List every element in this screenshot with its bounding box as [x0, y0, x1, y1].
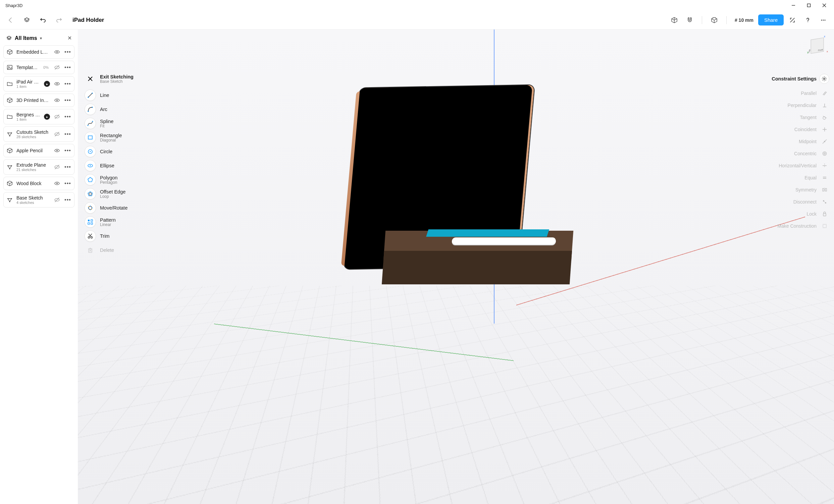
- item-type-icon: [6, 164, 13, 170]
- constraint-coincident[interactable]: Coincident: [766, 123, 829, 136]
- move-icon: [85, 202, 96, 213]
- more-icon[interactable]: [816, 14, 830, 27]
- item-type-icon: [6, 197, 13, 203]
- svg-point-43: [90, 165, 91, 166]
- constraint-symmetry[interactable]: Symmetry: [766, 184, 829, 196]
- constraints-panel: Constraint Settings ParallelPerpendicula…: [766, 74, 829, 232]
- item-visibility-toggle[interactable]: [53, 180, 61, 187]
- fullscreen-icon[interactable]: [786, 14, 799, 27]
- sketch-tool-arc[interactable]: Arc: [83, 103, 135, 116]
- help-icon[interactable]: [801, 14, 815, 27]
- share-button[interactable]: Share: [758, 15, 784, 25]
- item-visibility-toggle[interactable]: [53, 97, 61, 104]
- constraint-label: Horizontal/Vertical: [778, 163, 816, 168]
- sketch-tool-polygon[interactable]: PolygonPentagon: [83, 174, 135, 186]
- item-row-3[interactable]: 3D Printed Insert•••: [3, 94, 74, 107]
- viewport-3d[interactable]: z Front Left x y: [78, 29, 834, 504]
- symmetry-icon: [820, 185, 829, 194]
- arc-icon: [85, 104, 96, 115]
- magnet-icon[interactable]: [683, 14, 697, 27]
- sketch-tool-rectangle[interactable]: RectangleDiagonal: [83, 131, 135, 144]
- item-visibility-toggle[interactable]: [53, 196, 61, 204]
- toolbar-divider: [702, 16, 702, 24]
- perpendicular-icon: [820, 100, 829, 110]
- constraints-settings-button[interactable]: [819, 74, 829, 84]
- constraint-disconnect[interactable]: Disconnect: [766, 196, 829, 208]
- constraint-construction[interactable]: Make Construction: [766, 220, 829, 232]
- item-type-icon: [6, 64, 13, 71]
- item-more-button[interactable]: •••: [64, 131, 71, 137]
- item-row-5[interactable]: Cutouts Sketch28 sketches•••: [3, 127, 74, 142]
- constraint-equal[interactable]: Equal: [766, 172, 829, 184]
- item-row-6[interactable]: Apple Pencil•••: [3, 144, 74, 157]
- item-sub: 21 sketches: [17, 168, 50, 172]
- constraint-midpoint[interactable]: Midpoint: [766, 136, 829, 147]
- item-expand-button[interactable]: ▸: [44, 81, 50, 87]
- grid-size-label[interactable]: # 10 mm: [732, 18, 756, 23]
- item-row-2[interactable]: iPad Air SLDP…1 item▸•••: [3, 76, 74, 92]
- sketch-tool-delete[interactable]: Delete: [83, 244, 135, 256]
- isometric-view-icon[interactable]: [667, 14, 681, 27]
- sketch-tool-ellipse[interactable]: Ellipse: [83, 159, 135, 172]
- sketch-tool-pattern[interactable]: PatternLinear: [83, 215, 135, 228]
- window-close-button[interactable]: [816, 0, 832, 11]
- constraint-tangent[interactable]: Tangent: [766, 111, 829, 123]
- items-panel-title-button[interactable]: All Items ▾: [6, 35, 42, 41]
- item-visibility-toggle[interactable]: [53, 48, 61, 56]
- close-panel-button[interactable]: ✕: [67, 35, 72, 41]
- item-expand-button[interactable]: ▸: [44, 114, 50, 120]
- ellipse-icon: [85, 160, 96, 171]
- sketch-tool-offset[interactable]: Offset EdgeLoop: [83, 187, 135, 200]
- item-more-button[interactable]: •••: [64, 114, 71, 120]
- model-base: [381, 231, 573, 290]
- item-visibility-toggle[interactable]: [53, 113, 61, 120]
- item-visibility-toggle[interactable]: [53, 147, 61, 154]
- redo-button[interactable]: [52, 14, 66, 27]
- item-more-button[interactable]: •••: [64, 64, 71, 70]
- constraint-label: Tangent: [800, 115, 816, 120]
- back-button[interactable]: [4, 14, 18, 27]
- constraint-hv[interactable]: Horizontal/Vertical: [766, 160, 829, 172]
- constraint-parallel[interactable]: Parallel: [766, 87, 829, 99]
- item-visibility-toggle[interactable]: [53, 163, 61, 171]
- item-more-button[interactable]: •••: [64, 81, 71, 87]
- item-row-0[interactable]: Embedded Logo•••: [3, 45, 74, 59]
- appearance-icon[interactable]: [707, 14, 721, 27]
- sketch-tool-label: Ellipse: [100, 163, 114, 168]
- undo-button[interactable]: [36, 14, 50, 27]
- constraint-perpendicular[interactable]: Perpendicular: [766, 99, 829, 111]
- window-maximize-button[interactable]: [801, 0, 816, 11]
- item-row-7[interactable]: Extrude Plane21 sketches•••: [3, 159, 74, 175]
- sketch-tool-trim[interactable]: Trim: [83, 230, 135, 243]
- exit-sketching-button[interactable]: Exit Sketching Base Sketch: [83, 72, 135, 85]
- constraint-lock[interactable]: Lock: [766, 208, 829, 220]
- item-visibility-toggle[interactable]: [53, 64, 61, 71]
- view-cube[interactable]: z Front Left x y: [808, 36, 827, 55]
- window-minimize-button[interactable]: [786, 0, 801, 11]
- item-row-9[interactable]: Base Sketch4 sketches•••: [3, 192, 74, 208]
- project-name[interactable]: iPad Holder: [72, 17, 104, 23]
- pattern-icon: [85, 216, 96, 228]
- sketch-tool-move[interactable]: Move/Rotate: [83, 202, 135, 214]
- item-visibility-toggle[interactable]: [53, 131, 61, 138]
- layers-icon[interactable]: [20, 14, 34, 27]
- item-more-button[interactable]: •••: [64, 49, 71, 55]
- tangent-icon: [820, 113, 829, 122]
- item-row-8[interactable]: Wood Block•••: [3, 177, 74, 190]
- close-icon: [85, 73, 96, 85]
- item-visibility-toggle[interactable]: [53, 80, 61, 88]
- item-more-button[interactable]: •••: [64, 180, 71, 186]
- svg-point-4: [712, 18, 713, 18]
- constraint-concentric[interactable]: Concentric: [766, 147, 829, 160]
- item-row-4[interactable]: Bergnes Sam…1 item▸•••: [3, 109, 74, 124]
- sketch-tool-line[interactable]: Line: [83, 89, 135, 101]
- item-more-button[interactable]: •••: [64, 197, 71, 203]
- sketch-tool-spline[interactable]: SplineFit: [83, 117, 135, 130]
- item-more-button[interactable]: •••: [64, 97, 71, 103]
- item-row-1[interactable]: Template Ima…0%•••: [3, 61, 74, 74]
- item-more-button[interactable]: •••: [64, 147, 71, 154]
- sketch-tool-circle[interactable]: Circle: [83, 145, 135, 158]
- item-more-button[interactable]: •••: [64, 164, 71, 170]
- svg-point-64: [824, 141, 825, 142]
- svg-point-13: [57, 83, 58, 85]
